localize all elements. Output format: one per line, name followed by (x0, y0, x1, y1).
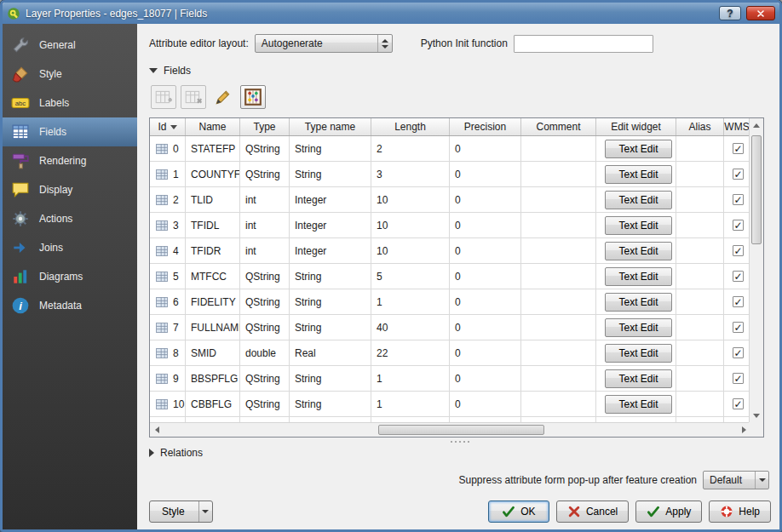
edit-widget-button[interactable]: Text Edit (605, 140, 672, 158)
edit-widget-button[interactable]: Text Edit (605, 267, 672, 286)
wms-checkbox[interactable]: ✓ (733, 322, 744, 333)
wms-checkbox[interactable]: ✓ (733, 398, 744, 409)
sidebar-item-rendering[interactable]: Rendering (3, 146, 137, 175)
cell-type: QString (240, 264, 290, 289)
cell-length: 3 (371, 162, 450, 187)
apply-button[interactable]: Apply (635, 501, 702, 523)
sidebar-item-metadata[interactable]: iMetadata (3, 291, 137, 320)
column-header-type[interactable]: Type (240, 118, 290, 135)
cell-value: String (295, 398, 321, 410)
sidebar-item-joins[interactable]: Joins (3, 233, 137, 262)
spinner-arrows-icon[interactable] (377, 35, 392, 52)
cell-edit_widget: Text Edit (596, 366, 676, 392)
column-header-precision[interactable]: Precision (450, 118, 521, 135)
table-row[interactable]: 7FULLNAMEQStringString400Text Edit✓ (150, 315, 750, 340)
edit-widget-button[interactable]: Text Edit (605, 165, 672, 184)
wms-checkbox[interactable]: ✓ (733, 296, 744, 307)
edit-widget-button[interactable]: Text Edit (605, 369, 672, 388)
wms-checkbox[interactable]: ✓ (733, 271, 744, 282)
ok-button[interactable]: OK (488, 501, 549, 523)
window-close-button[interactable] (746, 6, 775, 20)
table-row[interactable]: 1COUNTYFPQStringString30Text Edit✓ (150, 162, 750, 187)
edit-widget-button[interactable]: Text Edit (605, 242, 672, 260)
column-header-type-name[interactable]: Type name (290, 118, 371, 135)
wms-checkbox[interactable]: ✓ (733, 245, 744, 256)
wms-checkbox[interactable]: ✓ (733, 194, 744, 205)
column-header-alias[interactable]: Alias (676, 118, 724, 135)
wms-checkbox[interactable]: ✓ (733, 347, 744, 358)
wms-checkbox[interactable]: ✓ (733, 373, 744, 384)
cell-id: 8 (150, 340, 186, 366)
table-row[interactable]: 10CBBFLGQStringString10Text Edit✓ (150, 392, 750, 417)
cell-value: 0 (455, 245, 461, 257)
cell-id-value: 10 (173, 398, 184, 410)
sidebar-item-style[interactable]: Style (3, 60, 137, 89)
edit-widget-button[interactable]: Text Edit (605, 395, 672, 414)
column-header-wms[interactable]: WMS (724, 118, 750, 135)
cell-value: 0 (455, 398, 461, 410)
table-row[interactable]: 2TLIDintInteger100Text Edit✓ (150, 187, 750, 213)
wms-checkbox[interactable]: ✓ (733, 143, 744, 154)
sidebar-item-display[interactable]: Display (3, 175, 137, 204)
sidebar-item-general[interactable]: General (3, 31, 137, 60)
column-header-name[interactable]: Name (186, 118, 240, 135)
field-calculator-button[interactable] (240, 85, 266, 109)
sidebar-item-diagrams[interactable]: Diagrams (3, 262, 137, 291)
cell-type_name: Real (290, 340, 371, 366)
cell-wms: ✓ (724, 213, 750, 238)
table-row[interactable]: 5MTFCCQStringString50Text Edit✓ (150, 264, 750, 289)
cell-type_name: Integer (290, 213, 371, 238)
edit-widget-button[interactable]: Text Edit (605, 191, 672, 209)
sidebar-item-labels[interactable]: abcLabels (3, 89, 137, 117)
scroll-left-button[interactable] (150, 423, 164, 437)
table-row[interactable]: 3TFIDLintInteger100Text Edit✓ (150, 213, 750, 238)
table-row[interactable]: 6FIDELITYQStringString10Text Edit✓ (150, 289, 750, 315)
edit-widget-button[interactable]: Text Edit (605, 216, 672, 235)
table-row[interactable]: 8SMIDdoubleReal220Text Edit✓ (150, 340, 750, 366)
edit-widget-button[interactable]: Text Edit (605, 293, 672, 312)
scroll-down-button[interactable] (750, 409, 763, 422)
scroll-up-button[interactable] (750, 118, 763, 132)
style-menu-button[interactable]: Style (149, 501, 213, 523)
wms-checkbox[interactable]: ✓ (733, 220, 744, 231)
table-row[interactable]: 0STATEFPQStringString20Text Edit✓ (150, 136, 750, 162)
close-icon (756, 9, 765, 18)
splitter-handle[interactable] (149, 438, 771, 445)
suppress-select[interactable]: Default (703, 471, 769, 489)
delete-column-button[interactable] (181, 85, 206, 109)
cell-type: int (240, 238, 290, 264)
horizontal-scroll-thumb[interactable] (378, 425, 544, 435)
cell-precision: 0 (450, 213, 521, 238)
vertical-scrollbar[interactable] (749, 118, 763, 422)
relations-expander[interactable]: Relations (149, 447, 771, 459)
fields-expander[interactable]: Fields (149, 65, 771, 77)
column-header-id[interactable]: Id (150, 118, 186, 135)
table-row[interactable]: 4TFIDRintInteger100Text Edit✓ (150, 238, 750, 264)
cell-id: 10 (150, 392, 186, 417)
new-column-button[interactable] (151, 85, 176, 109)
cell-type_name: String (290, 315, 371, 340)
python-init-input[interactable] (514, 35, 653, 53)
table-row[interactable]: 9BBSPFLGQStringString10Text Edit✓ (150, 366, 750, 392)
cancel-button[interactable]: Cancel (556, 501, 629, 523)
window-help-button[interactable]: ? (719, 6, 741, 20)
help-button[interactable]: Help (709, 501, 771, 523)
horizontal-scrollbar[interactable] (150, 422, 750, 437)
vertical-scroll-thumb[interactable] (751, 135, 762, 244)
attribute-icon (155, 193, 169, 207)
cell-value: 1 (377, 373, 382, 385)
column-header-label: Precision (464, 121, 506, 133)
edit-widget-button[interactable]: Text Edit (605, 318, 672, 337)
column-header-length[interactable]: Length (371, 118, 450, 135)
cell-wms: ✓ (724, 289, 750, 315)
toggle-editing-button[interactable] (210, 85, 236, 109)
column-header-edit-widget[interactable]: Edit widget (596, 118, 676, 135)
wms-checkbox[interactable]: ✓ (733, 169, 744, 180)
edit-widget-button[interactable]: Text Edit (605, 344, 672, 363)
attribute-editor-layout-select[interactable]: Autogenerate (255, 34, 393, 53)
sidebar-item-actions[interactable]: Actions (3, 204, 137, 233)
paintbrush-icon (11, 65, 30, 83)
column-header-comment[interactable]: Comment (521, 118, 596, 135)
sidebar-item-fields[interactable]: Fields (3, 117, 137, 146)
cell-length: 1 (371, 366, 450, 392)
